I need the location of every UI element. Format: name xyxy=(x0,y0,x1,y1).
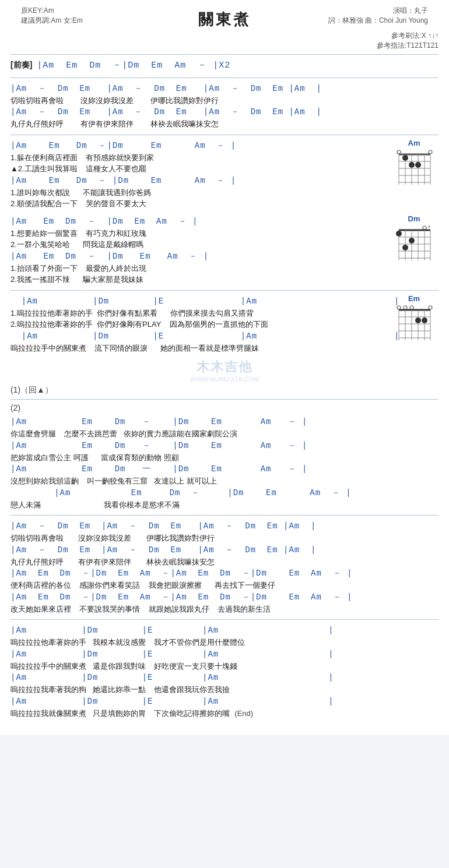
watermark-sub: WWW.MUMUJITA.COM xyxy=(10,376,439,383)
v2-chord1: |Am Em Dm －|Dm Em Am － | xyxy=(10,140,392,152)
verse1-lyric2: 丸仔丸仔熊好呼 有伊有伊來陪伴 林袂去眠我嘛抹安怎 xyxy=(10,118,439,130)
v3-lyric4: 戀人未滿 我看你根本是慾求不滿 xyxy=(10,499,439,511)
chord-dm-svg: × xyxy=(394,224,434,264)
svg-text:×: × xyxy=(427,224,430,230)
v4-lyric2: 丸仔丸仔熊好呼 有伊有伊來陪伴 林袂去眠我嘛抹安怎 xyxy=(10,556,439,568)
divider-7 xyxy=(10,619,439,620)
v3-chord3: |Am Em Dm 一 |Dm Em Am － | xyxy=(10,463,439,475)
ref-info: 參考刷法:X ↑↓↑ 參考指法:T121T121 xyxy=(10,31,439,51)
v4-lyric1: 切啦切啦再會啦 沒妳沒妳我沒差 伊哪比我讚妳對伊行 xyxy=(10,532,439,544)
v3-chord2: |Am Em Dm － |Dm Em Am － | xyxy=(10,440,439,452)
verse-2: |Am Em Dm －|Dm Em Am － | 1.躲在便利商店裡面 有預感妳… xyxy=(10,139,439,211)
performer: 演唱：丸子 xyxy=(328,6,428,16)
c2-chord2: |Am |Dm |E |Am | xyxy=(10,648,439,661)
divider-4 xyxy=(10,290,439,291)
chord-dm-label: Dm xyxy=(394,214,434,223)
watermark-main: 木木吉他 xyxy=(10,358,439,376)
chord-em-label: Em xyxy=(394,294,434,303)
chorus-lyric1: 1.嗚拉拉拉他牽著妳的手 你們好像有點累看 你們摸來摸去勾肩又搭背 xyxy=(10,308,392,319)
ref-finger: 參考指法:T121T121 xyxy=(377,41,439,50)
v4-chord4: |Am Em Dm －|Dm Em Am －|Am Em Dm －|Dm Em … xyxy=(10,591,439,604)
chorus-chord1: |Am |Dm |E |Am | xyxy=(10,295,392,308)
svg-point-30 xyxy=(409,238,415,244)
v2b-chord1: |Am Em Dm － |Dm Em Am － | xyxy=(10,216,392,228)
verse-4: |Am － Dm Em |Am － Dm Em |Am － Dm Em |Am … xyxy=(10,519,439,616)
v2-lyric2b: 2.順便請我配合一下 哭的聲音不要太大 xyxy=(10,198,392,210)
svg-point-48 xyxy=(415,317,421,323)
svg-point-44 xyxy=(397,306,401,309)
v4-lyric4: 改天她如果來店裡 不要說我哭的事情 就跟她說我跟丸仔 去過我的新生活 xyxy=(10,604,439,615)
chorus-1: |Am |Dm |E |Am | 1.嗚拉拉拉他牽著妳的手 你們好像有點累看 你… xyxy=(10,294,439,355)
ref-strum: 參考刷法:X ↑↓↑ xyxy=(391,31,439,40)
c2-chord4: |Am |Dm |E |Am | xyxy=(10,696,439,708)
end-label: (End) xyxy=(234,709,253,718)
divider-3 xyxy=(10,135,439,135)
v3-lyric1: 你這麼會劈腿 怎麼不去跳芭蕾 依妳的實力應該能在國家劇院公演 xyxy=(10,428,439,440)
c2-lyric1: 嗚拉拉拉他牽著妳的手 我根本就沒感覺 我才不管你們是用什麼體位 xyxy=(10,637,439,648)
v3-lyric2: 把妳當成白雪公主 呵護 當成保育類的動物 照顧 xyxy=(10,452,439,464)
divider-1 xyxy=(10,54,439,55)
v4-chord1: |Am － Dm Em |Am － Dm Em |Am － Dm Em |Am … xyxy=(10,520,439,532)
v2b-lyric2: 1.抬頭看了外面一下 最愛的人終於出現 xyxy=(10,263,392,274)
verse1-lyric1: 切啦切啦再會啦 沒妳沒妳我沒差 伊哪比我讚妳對伊行 xyxy=(10,95,439,107)
divider-2 xyxy=(10,77,439,78)
chord-diagram-am: Am xyxy=(394,139,434,190)
c2-chord1: |Am |Dm |E |Am | xyxy=(10,624,439,637)
v2-chord2: |Am Em Dm － |Dm Em Am － | xyxy=(10,175,392,187)
lyricist: 詞：林雅強 曲：Choi Jun Young xyxy=(328,16,428,26)
suggested-key: 建議男調:Am 女:Em xyxy=(21,16,83,26)
v4-chord2: |Am － Dm Em |Am － Dm Em |Am － Dm Em |Am … xyxy=(10,544,439,556)
v2-lyric1: 1.躲在便利商店裡面 有預感妳就快要到家 xyxy=(10,152,392,164)
chord-am-label: Am xyxy=(394,139,434,147)
c2-chord3: |Am |Dm |E |Am | xyxy=(10,672,439,684)
v2b-chord2: |Am Em Dm － |Dm Em Am － | xyxy=(10,250,392,263)
sub-info: 原KEY:Am 建議男調:Am 女:Em xyxy=(21,6,83,26)
chord-diagram-dm: Dm × xyxy=(394,214,434,266)
v2b-lyric2b: 2.我搖一搖甜不辣 騙大家那是我妹妹 xyxy=(10,274,392,285)
c2-lyric3: 嗚拉拉拉我牽著我的狗 她還比妳乖一點 他還會跟我玩你丟我撿 xyxy=(10,684,439,696)
c2-lyric4: 嗚拉拉拉我就像關東煮 只是填飽妳的胃 下次偷吃記得擦妳的嘴(End) xyxy=(10,708,439,719)
svg-point-29 xyxy=(396,231,402,237)
chord-am-svg xyxy=(394,149,434,188)
svg-point-31 xyxy=(402,245,408,250)
chorus-chord2: |Am |Dm |E |Am | xyxy=(10,330,392,343)
v2-lyric2: 1.誰叫妳每次都說 不能讓我遇到你爸媽 xyxy=(10,187,392,199)
svg-point-45 xyxy=(404,306,407,309)
chorus-2: |Am |Dm |E |Am | 嗚拉拉拉他牽著妳的手 我根本就沒感覺 我才不管… xyxy=(10,623,439,720)
svg-point-14 xyxy=(402,155,408,161)
chorus-lyric2: 嗚拉拉拉手中的關東煮 流下同情的眼淚 她的面相一看就是標準劈腿妹 xyxy=(10,343,392,354)
svg-point-12 xyxy=(397,150,401,154)
watermark-area: 木木吉他 WWW.MUMUJITA.COM xyxy=(10,358,439,383)
v2-lyric1b: ▲2.工讀生叫我算啦 這種女人不要也罷 xyxy=(10,163,392,175)
chord-diagram-em: Em xyxy=(394,294,434,345)
paren-2: (2) xyxy=(10,403,439,412)
v2b-lyric1b: 2.一群小鬼笑哈哈 問我這是戴綠帽嗎 xyxy=(10,239,392,250)
prelude-block: [前奏] |Am Em Dm －|Dm Em Am － |X2 xyxy=(10,58,439,74)
v2b-lyric1: 1.想要給妳一個驚喜 有巧克力和紅玫瑰 xyxy=(10,228,392,239)
verse-3: |Am Em Dm － |Dm Em Am － | 你這麼會劈腿 怎麼不去跳芭蕾… xyxy=(10,415,439,511)
verse-2b: |Am Em Dm － |Dm Em Am － | 1.想要給妳一個驚喜 有巧克… xyxy=(10,214,439,287)
chord-em-svg xyxy=(394,304,434,344)
prelude-label: [前奏] xyxy=(10,60,32,69)
divider-5 xyxy=(10,399,439,400)
c2-lyric2: 嗚拉拉拉手中的關東煮 還是你跟我對味 好吃便宜一支只要十塊錢 xyxy=(10,661,439,672)
chorus-lyric1b: 2.嗚拉拉拉他牽著妳的手 你們好像剛有PLAY 因為那個男的一直抓他的下面 xyxy=(10,319,392,330)
original-key: 原KEY:Am xyxy=(21,6,83,16)
verse1-chord1: |Am － Dm Em |Am － Dm Em |Am － Dm Em |Am … xyxy=(10,83,439,95)
svg-point-46 xyxy=(410,306,413,309)
prelude-chords: |Am Em Dm －|Dm Em Am － |X2 xyxy=(37,61,230,70)
svg-point-16 xyxy=(415,162,421,168)
paren-1: (1)（回▲） xyxy=(10,385,439,396)
svg-point-47 xyxy=(429,306,432,309)
verse-1: |Am － Dm Em |Am － Dm Em |Am － Dm Em |Am … xyxy=(10,82,439,131)
header: 原KEY:Am 建議男調:Am 女:Em 關東煮 演唱：丸子 詞：林雅強 曲：C… xyxy=(10,6,439,30)
v3-chord1: |Am Em Dm － |Dm Em Am － | xyxy=(10,416,439,428)
v3-chord4: |Am Em Dm － |Dm Em Am － | xyxy=(10,487,439,499)
svg-point-28 xyxy=(423,226,426,230)
v3-lyric3: 沒想到妳給我頒這齣 叫一齣狡兔有三窟 友達以上 就可以上 xyxy=(10,475,439,487)
page: 原KEY:Am 建議男調:Am 女:Em 關東煮 演唱：丸子 詞：林雅強 曲：C… xyxy=(0,0,449,735)
svg-point-15 xyxy=(409,162,415,168)
verse1-chord2: |Am － Dm Em |Am － Dm Em |Am － Dm Em |Am … xyxy=(10,106,439,118)
right-info: 演唱：丸子 詞：林雅強 曲：Choi Jun Young xyxy=(328,6,428,26)
svg-point-49 xyxy=(422,317,427,323)
